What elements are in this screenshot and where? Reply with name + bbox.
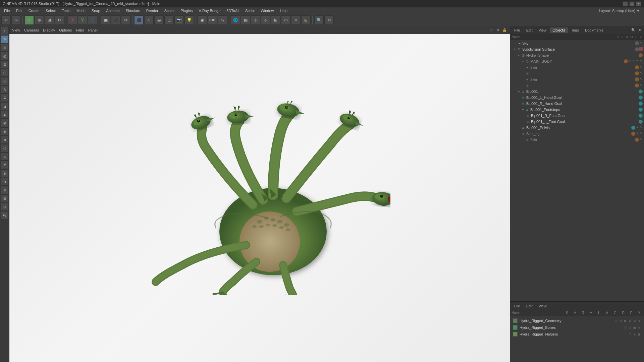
menu-file[interactable]: File [1,8,13,13]
redo-button[interactable]: ↪ [11,15,21,25]
tool-6[interactable]: ⊼ [1,94,9,102]
mode-button[interactable]: ▤ [241,15,250,25]
curve-button[interactable]: ∿ [144,15,154,25]
tool-8[interactable]: ◈ [1,111,9,119]
mat-row-helpers[interactable]: Hydra_Rigged_Helpers ⬡ ◎ ▦ [512,331,643,338]
grid-button[interactable]: ⊞ [301,15,311,25]
rotate-tool-button[interactable]: ↻ [55,15,64,25]
tool-1[interactable]: ◎ [1,52,9,60]
bip001-dot[interactable] [639,89,643,94]
tool-scale[interactable]: ⊞ [1,44,9,52]
menu-script[interactable]: Script [243,8,257,13]
obj-row-bip-lfoot[interactable]: ⊕ Bip001_L_Foot.Goal [510,119,644,125]
menu-select[interactable]: Select [43,8,59,13]
close-button[interactable]: ✕ [636,1,641,6]
tool-2[interactable]: ⊡ [1,60,9,68]
obj-row-skin-2[interactable]: ≋ Skin ✎ [510,76,644,82]
tool-7[interactable]: ⊿ [1,102,9,110]
tool-13[interactable]: ⊾ [1,153,9,161]
obj-settings-icon[interactable]: ⚙ [637,27,643,33]
viewport-menu-view[interactable]: View [12,28,20,32]
move-tool-button[interactable]: ⊕ [35,15,44,25]
subdiv-dot-x[interactable] [639,47,643,51]
obj-row-joint-2[interactable]: ⊹ ✎ [510,82,644,88]
cube-button[interactable]: ⬛ [134,15,144,25]
snap-button[interactable]: ⊹ [251,15,260,25]
tool-rotate[interactable]: ↻ [1,35,9,43]
menu-tools[interactable]: Tools [59,8,73,13]
obj-row-skin-1[interactable]: ≋ Skin ✎ [510,64,644,70]
nurbs-button[interactable]: ◎ [154,15,164,25]
sky-dot-s[interactable] [635,41,639,45]
maximize-button[interactable]: □ [629,1,635,6]
viewport-settings-icon[interactable]: ⚙ [495,27,500,33]
python-button[interactable]: Py [218,15,227,25]
obj-row-bip-rfoot[interactable]: ⊕ Bip001_R_Foot.Goal [510,113,644,119]
menu-animate[interactable]: Animate [104,8,122,13]
snap2-button[interactable]: ⊹ [261,15,270,25]
light-button[interactable]: 💡 [184,15,194,25]
settings-button[interactable]: ⚙ [324,15,334,25]
menu-create[interactable]: Create [26,8,42,13]
viewport-lock-icon[interactable]: 🔒 [502,27,507,33]
tool-15[interactable]: ⊛ [1,169,9,177]
menu-mesh[interactable]: Mesh [74,8,88,13]
floor-button[interactable]: ▭ [281,15,290,25]
skin2-dot[interactable] [635,77,639,81]
clamp-button[interactable]: ⊞ [271,15,280,25]
render-view-button[interactable]: ⬛ [111,15,120,25]
menu-3dtoall[interactable]: 3DToAll [224,8,242,13]
lock-y-button[interactable]: Y [78,15,87,25]
select-tool-button[interactable]: ○ [24,15,34,25]
scale-tool-button[interactable]: ⊞ [45,15,54,25]
obj-row-bip-footsteps[interactable]: ▼ ⊿ Bip001_Footsteps [510,107,644,113]
subdiv-dot-s[interactable] [635,47,639,51]
tool-12[interactable]: ◌ [1,144,9,152]
mat-tab-edit[interactable]: Edit [524,303,535,309]
menu-snap[interactable]: Snap [89,8,103,13]
viewport-menu-cameras[interactable]: Cameras [24,28,39,32]
obj-row-main-body[interactable]: ▼ ⬡ MAIN_BODY ✎ ✎ ✎ ✎ [510,58,644,64]
obj-row-bip-rhand[interactable]: ⊕ Bip001_R_Hand.Goal [510,101,644,107]
obj-tab-view[interactable]: View [536,27,549,33]
obj-row-bip-lhand[interactable]: ⊕ Bip001_L_Hand.Goal [510,95,644,101]
tool-16[interactable]: ⊜ [1,178,9,186]
tool-move[interactable]: ↕ [1,27,9,35]
tool-4[interactable]: ⊹ [1,77,9,85]
lock-z-button[interactable]: Z [88,15,97,25]
obj-tab-objects[interactable]: Objects [550,27,568,33]
obj-row-subdiv[interactable]: ▼ ⊡ Subdivision Surface [510,46,644,52]
menu-vray[interactable]: V-Ray Bridge [196,8,223,13]
align-button[interactable]: ≡ [291,15,301,25]
minimize-button[interactable]: ─ [623,1,628,6]
obj-tab-tags[interactable]: Tags [569,27,582,33]
viewport-menu-filter[interactable]: Filter [76,28,84,32]
skin1-dot[interactable] [635,65,639,69]
footsteps-dot[interactable] [639,108,643,112]
bip-lhand-dot[interactable] [639,96,643,100]
main-body-dot[interactable] [624,59,628,63]
layout-label[interactable]: Layout: Startup (User) ▼ [599,9,643,13]
menu-window[interactable]: Window [258,8,276,13]
viewport-maximize-icon[interactable]: ⊡ [488,27,494,33]
render-region-button[interactable]: ▣ [101,15,110,25]
world-button[interactable]: 🌐 [231,15,240,25]
menu-plugins[interactable]: Plugins [178,8,195,13]
skin-final-dot[interactable] [635,138,639,142]
joint2-dot[interactable] [635,83,639,87]
bip-lfoot-dot[interactable] [639,120,643,124]
search-button[interactable]: 🔍 [314,15,324,25]
tool-17[interactable]: ⊝ [1,186,9,194]
obj-row-bip001[interactable]: ▼ ⊿ Bip001 [510,88,644,95]
viewport-menu-options[interactable]: Options [59,28,72,32]
tool-3[interactable]: ⬡ [1,69,9,77]
lock-x-button[interactable]: X [68,15,77,25]
viewport-3d-view[interactable] [9,34,510,362]
mat-row-bones[interactable]: Hydra_Rigged_Bones ⬡ ◎ ▦ ⊡ [512,324,643,331]
obj-tab-file[interactable]: File [512,27,523,33]
menu-sculpt[interactable]: Sculpt [162,8,177,13]
bip-pelvis-dot[interactable] [631,126,635,130]
mat-tab-view[interactable]: View [536,303,549,309]
obj-search-icon[interactable]: 🔍 [631,27,636,33]
obj-tab-bookmarks[interactable]: Bookmarks [582,27,606,33]
